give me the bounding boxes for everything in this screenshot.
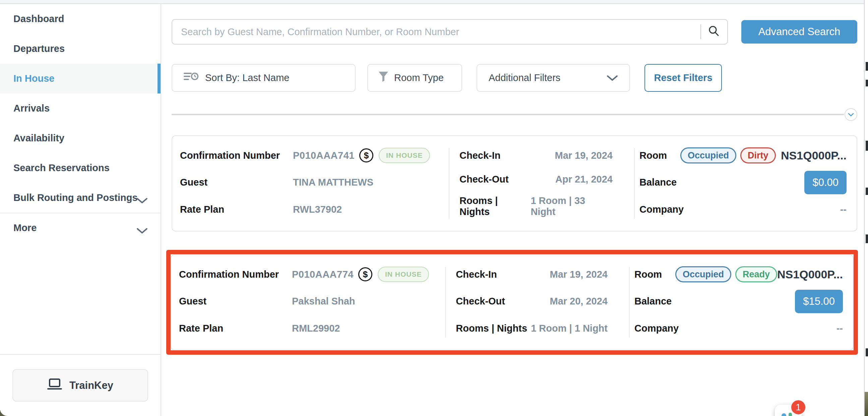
company-value: -- [840, 204, 846, 215]
right-edge-strip [864, 0, 868, 416]
in-house-status-badge: IN HOUSE [379, 148, 430, 163]
reset-filters-label: Reset Filters [654, 72, 712, 84]
funnel-icon [378, 71, 389, 85]
rate-plan-value: RWL37902 [293, 204, 342, 215]
sidebar: Dashboard Departures In House Arrivals A… [0, 4, 161, 416]
confirmation-number-value: P010AAA774 [292, 269, 353, 280]
sidebar-item-arrivals[interactable]: Arrivals [0, 93, 160, 123]
balance-label: Balance [640, 177, 677, 188]
room-label: Room [634, 269, 671, 280]
room-label: Room [640, 150, 676, 161]
balance-amount-chip[interactable]: $0.00 [804, 171, 846, 194]
chat-widget-button[interactable]: 1 [775, 405, 802, 416]
sort-by-label: Sort By: Last Name [205, 72, 289, 84]
guest-name-value: Pakshal Shah [292, 296, 355, 307]
rooms-nights-value: 1 Room | 33 Night [530, 195, 613, 217]
search-box [172, 19, 728, 44]
room-number-value: NS1Q000P... [777, 268, 843, 281]
strip-fragment [866, 62, 868, 71]
rate-plan-label: Rate Plan [179, 323, 292, 334]
card-room-column: Room Occupied Dirty NS1Q000P... Balance … [635, 136, 857, 231]
sidebar-item-label: Bulk Routing and Postings [13, 192, 138, 203]
additional-filters-button[interactable]: Additional Filters [476, 64, 630, 92]
confirmation-number-value: P010AAA741 [293, 150, 354, 161]
check-in-value: Mar 19, 2024 [555, 150, 613, 161]
chevron-down-icon [848, 113, 854, 117]
sidebar-item-label: Dashboard [13, 13, 64, 25]
collapse-toggle[interactable] [844, 108, 857, 121]
check-in-value: Mar 19, 2024 [550, 269, 608, 280]
divider-line [172, 114, 844, 115]
sort-by-time-icon [184, 71, 199, 85]
card-guest-column: Confirmation Number P010AAA774 $ IN HOUS… [171, 255, 445, 350]
sidebar-item-label: Departures [13, 43, 65, 54]
rooms-nights-label: Rooms | Nights [456, 323, 527, 334]
room-type-button[interactable]: Room Type [367, 64, 462, 92]
sidebar-item-label: Arrivals [13, 103, 50, 114]
room-ready-badge: Ready [735, 266, 777, 282]
sidebar-item-label: Availability [13, 133, 64, 144]
check-in-label: Check-In [460, 150, 500, 161]
balance-label: Balance [634, 296, 672, 307]
rooms-nights-value: 1 Room | 1 Night [531, 323, 608, 334]
guest-name-value: TINA MATTHEWS [293, 177, 373, 188]
sidebar-item-availability[interactable]: Availability [0, 123, 160, 153]
trainkey-label: TrainKey [69, 380, 113, 391]
guest-label: Guest [179, 296, 292, 307]
card-guest-column: Confirmation Number P010AAA741 $ IN HOUS… [172, 136, 449, 231]
in-house-status-badge: IN HOUSE [378, 267, 429, 282]
sort-by-button[interactable]: Sort By: Last Name [172, 64, 355, 92]
strip-fragment [866, 188, 868, 195]
chevron-down-icon [607, 72, 618, 84]
card-dates-column: Check-In Mar 19, 2024 Check-Out Apr 21, … [450, 136, 634, 231]
highlight-outline: Confirmation Number P010AAA774 $ IN HOUS… [166, 250, 858, 355]
balance-amount-chip[interactable]: $15.00 [795, 290, 843, 313]
room-occupied-badge: Occupied [675, 266, 731, 282]
filter-row: Sort By: Last Name Room Type Additional … [172, 64, 857, 92]
room-type-label: Room Type [394, 72, 444, 84]
window-rounded-corner [0, 403, 30, 416]
sidebar-item-departures[interactable]: Departures [0, 34, 160, 64]
company-label: Company [640, 204, 684, 215]
sidebar-item-dashboard[interactable]: Dashboard [0, 4, 160, 34]
chevron-down-icon [136, 225, 148, 236]
search-separator [701, 25, 701, 39]
sidebar-item-more[interactable]: More [0, 213, 160, 243]
strip-fragment [866, 234, 868, 243]
rate-plan-label: Rate Plan [180, 204, 293, 215]
sidebar-item-label: In House [13, 73, 54, 84]
section-divider [172, 114, 857, 115]
strip-fragment [866, 348, 868, 356]
search-row: Advanced Search [172, 19, 857, 44]
reset-filters-button[interactable]: Reset Filters [645, 64, 722, 92]
company-label: Company [634, 323, 679, 334]
rate-plan-value: RML29902 [292, 323, 340, 334]
search-input[interactable] [181, 27, 694, 37]
trainkey-button[interactable]: TrainKey [12, 369, 148, 402]
sidebar-item-bulk-routing-postings[interactable]: Bulk Routing and Postings [0, 183, 160, 213]
confirmation-number-label: Confirmation Number [180, 150, 293, 161]
laptop-icon [47, 379, 62, 392]
folio-dollar-icon[interactable]: $ [359, 149, 373, 162]
sidebar-item-search-reservations[interactable]: Search Reservations [0, 153, 160, 183]
card-room-column: Room Occupied Ready NS1Q000P... Balance … [630, 255, 853, 350]
additional-filters-label: Additional Filters [489, 72, 560, 84]
sidebar-item-in-house[interactable]: In House [0, 64, 160, 93]
sidebar-item-label: Search Reservations [13, 162, 110, 173]
sidebar-item-label: More [13, 222, 36, 233]
strip-fragment [866, 141, 868, 151]
advanced-search-button[interactable]: Advanced Search [741, 20, 857, 43]
reservation-card[interactable]: Confirmation Number P010AAA741 $ IN HOUS… [172, 135, 857, 231]
room-dirty-badge: Dirty [740, 148, 776, 163]
room-number-value: NS1Q000P... [781, 149, 846, 162]
strip-fragment [866, 80, 868, 87]
search-icon[interactable] [708, 25, 720, 38]
check-out-label: Check-Out [460, 174, 509, 185]
check-in-label: Check-In [456, 269, 497, 280]
reservation-card-highlighted[interactable]: Confirmation Number P010AAA774 $ IN HOUS… [170, 254, 854, 350]
check-out-value: Mar 20, 2024 [550, 296, 608, 307]
top-edge-strip [0, 0, 868, 4]
confirmation-number-label: Confirmation Number [179, 269, 292, 280]
folio-dollar-icon[interactable]: $ [358, 267, 372, 281]
check-out-value: Apr 21, 2024 [555, 174, 613, 185]
